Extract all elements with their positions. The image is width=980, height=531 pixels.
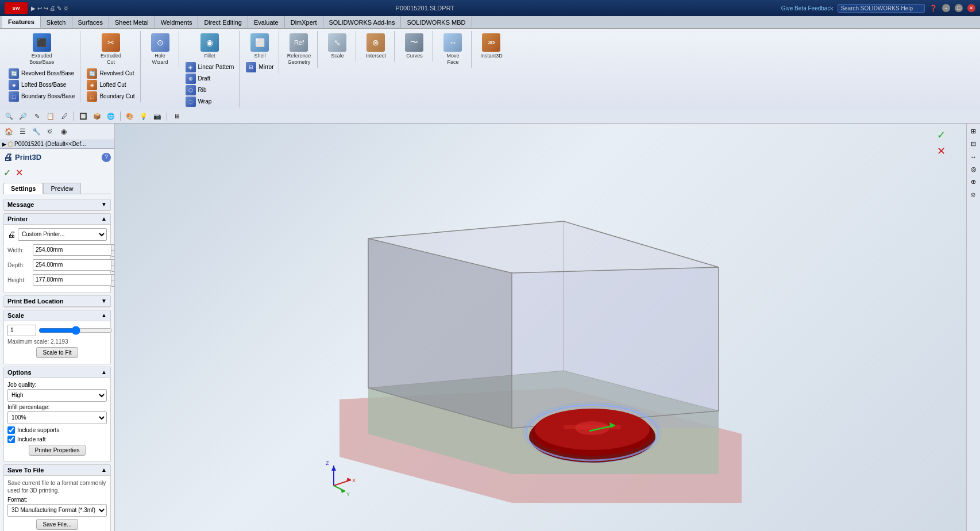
tab-dimxpert[interactable]: DimXpert <box>285 16 323 28</box>
section-message-header[interactable]: Message ▼ <box>4 199 110 210</box>
tb2-view2[interactable]: 🔲 <box>78 110 89 122</box>
depth-input[interactable] <box>33 259 111 271</box>
tb2-zoom[interactable]: ✎ <box>31 110 43 122</box>
cancel-btn[interactable]: ✕ <box>16 167 23 178</box>
tb2-screen[interactable]: 🖥 <box>171 110 182 122</box>
right-tool-3[interactable]: ↔ <box>968 151 979 163</box>
beta-feedback[interactable]: Give Beta Feedback <box>781 5 834 11</box>
fillet-button[interactable]: ◉ Fillet <box>195 31 225 61</box>
tab-mbd[interactable]: SOLIDWORKS MBD <box>401 16 472 28</box>
tb2-view3[interactable]: 📦 <box>91 110 103 122</box>
instant3d-button[interactable]: 3D Instant3D <box>476 31 506 61</box>
revolved-cut-button[interactable]: 🔄 Revolved Cut <box>85 68 136 79</box>
panel-list-btn[interactable]: ☰ <box>16 125 29 138</box>
section-print-bed-header[interactable]: Print Bed Location ▼ <box>4 296 110 307</box>
include-supports-check[interactable] <box>7 426 15 434</box>
height-input[interactable] <box>33 274 111 286</box>
right-tool-5[interactable]: ⊕ <box>968 176 979 188</box>
revolved-boss-button[interactable]: 🔄 Revolved Boss/Base <box>7 68 76 79</box>
tab-addins[interactable]: SOLIDWORKS Add-Ins <box>323 16 402 28</box>
scale-tool-button[interactable]: ⤡ Scale <box>322 31 352 61</box>
panel-properties-btn[interactable]: 🔧 <box>30 125 43 138</box>
viewport-confirm[interactable]: ✓ <box>934 128 948 142</box>
scale-value-input[interactable] <box>7 325 36 336</box>
right-tool-6[interactable]: ⛭ <box>968 189 979 201</box>
panel-config-btn[interactable]: ⛭ <box>44 125 56 138</box>
svg-text:X: X <box>352 478 356 483</box>
section-printer-header[interactable]: Printer ▲ <box>4 214 110 225</box>
reference-geometry-label: Reference Geometry <box>287 53 311 66</box>
include-raft-check[interactable] <box>7 436 15 443</box>
boundary-boss-icon: ⬚ <box>9 91 19 102</box>
tab-sketch[interactable]: Sketch <box>41 16 72 28</box>
tab-direct-editing[interactable]: Direct Editing <box>198 16 248 28</box>
tb2-view1[interactable]: 🖊 <box>59 110 70 122</box>
boundary-cut-label: Boundary Cut <box>99 93 134 99</box>
print3d-title: 🖨 Print3D <box>3 152 41 163</box>
width-input[interactable] <box>33 244 111 256</box>
tb2-display1[interactable]: 🎨 <box>124 110 136 122</box>
right-tool-2[interactable]: ⊟ <box>968 138 979 150</box>
curves-button[interactable]: 〜 Curves <box>399 31 429 61</box>
rib-button[interactable]: ⬡ Rib <box>184 84 236 96</box>
section-save-chevron: ▲ <box>101 467 107 473</box>
confirm-btn[interactable]: ✓ <box>3 167 11 178</box>
linear-pattern-button[interactable]: ◈ Linear Pattern <box>184 61 236 73</box>
viewport[interactable]: Z X Y ✓ ✕ <box>115 124 966 531</box>
tab-evaluate[interactable]: Evaluate <box>248 16 285 28</box>
format-select[interactable]: 3D Manufacturing Format (*.3mf) STL (*.s… <box>7 504 107 517</box>
tb2-rotate[interactable]: 🔍 <box>3 110 15 122</box>
window-title: P00015201.SLDPRT <box>69 5 781 11</box>
extruded-cut-button[interactable]: ✂ Extruded Cut <box>96 31 126 68</box>
job-quality-select[interactable]: High Medium Low <box>7 389 107 402</box>
tb2-select[interactable]: 📋 <box>45 110 56 122</box>
wrap-button[interactable]: ◌ Wrap <box>184 96 236 107</box>
boundary-boss-button[interactable]: ⬚ Boundary Boss/Base <box>7 91 76 102</box>
extruded-boss-base-button[interactable]: ⬛ Extruded Boss/Base <box>27 31 57 68</box>
scale-to-fit-btn[interactable]: Scale to Fit <box>36 347 78 358</box>
intersect-button[interactable]: ⊗ Intersect <box>361 31 391 61</box>
right-tool-4[interactable]: ◎ <box>968 164 979 175</box>
scale-slider[interactable] <box>38 326 113 335</box>
tab-weldments[interactable]: Weldments <box>155 16 199 28</box>
close-btn[interactable]: ✕ <box>967 4 975 12</box>
section-options-header[interactable]: Options ▲ <box>4 367 110 378</box>
tab-settings[interactable]: Settings <box>3 183 43 194</box>
tab-surfaces[interactable]: Surfaces <box>72 16 109 28</box>
printer-properties-btn[interactable]: Printer Properties <box>29 445 86 456</box>
toolbar-group-scale: ⤡ Scale <box>319 31 356 61</box>
hole-wizard-button[interactable]: ⊙ Hole Wizard <box>145 31 175 68</box>
printer-select[interactable]: Custom Printer... <box>18 228 107 241</box>
tab-features[interactable]: Features <box>2 16 41 28</box>
boundary-cut-button[interactable]: ⬚ Boundary Cut <box>85 91 136 102</box>
infill-select[interactable]: 100% 75% 50% 25% <box>7 411 107 424</box>
viewport-cancel[interactable]: ✕ <box>934 144 948 158</box>
tb2-view4[interactable]: 🌐 <box>105 110 117 122</box>
lofted-boss-button[interactable]: ◈ Lofted Boss/Base <box>7 79 76 91</box>
tb2-pan[interactable]: 🔎 <box>17 110 29 122</box>
panel-display-btn[interactable]: ◉ <box>57 125 70 138</box>
search-input[interactable]: Search SOLIDWORKS Help <box>838 4 925 13</box>
print3d-help-btn[interactable]: ? <box>102 153 111 162</box>
maximize-btn[interactable]: □ <box>955 4 963 12</box>
extruded-cut-label: Extruded Cut <box>99 53 122 66</box>
shell-button[interactable]: ⬜ Shell <box>245 31 275 61</box>
minimize-btn[interactable]: − <box>942 4 950 12</box>
tab-sheet-metal[interactable]: Sheet Metal <box>109 16 155 28</box>
help-btn[interactable]: ❓ <box>929 5 937 12</box>
reference-geometry-button[interactable]: Ref Reference Geometry <box>284 31 314 68</box>
mirror-label: Mirror <box>258 64 273 70</box>
section-scale-header[interactable]: Scale ▲ <box>4 310 110 321</box>
print3d-title-bar: 🖨 Print3D ? <box>3 152 111 163</box>
mirror-button[interactable]: ⊟ Mirror <box>244 61 275 73</box>
tb2-display2[interactable]: 💡 <box>138 110 149 122</box>
tab-preview[interactable]: Preview <box>43 183 80 194</box>
move-face-button[interactable]: ↔ Move Face <box>438 31 468 68</box>
section-save-header[interactable]: Save To File ▲ <box>4 465 110 476</box>
draft-button[interactable]: ⊕ Draft <box>184 73 236 84</box>
right-tool-1[interactable]: ⊞ <box>968 126 979 137</box>
panel-home-btn[interactable]: 🏠 <box>2 125 15 138</box>
tb2-display3[interactable]: 📷 <box>152 110 163 122</box>
save-file-btn[interactable]: Save File... <box>36 519 78 530</box>
lofted-cut-button[interactable]: ◈ Lofted Cut <box>85 79 136 91</box>
